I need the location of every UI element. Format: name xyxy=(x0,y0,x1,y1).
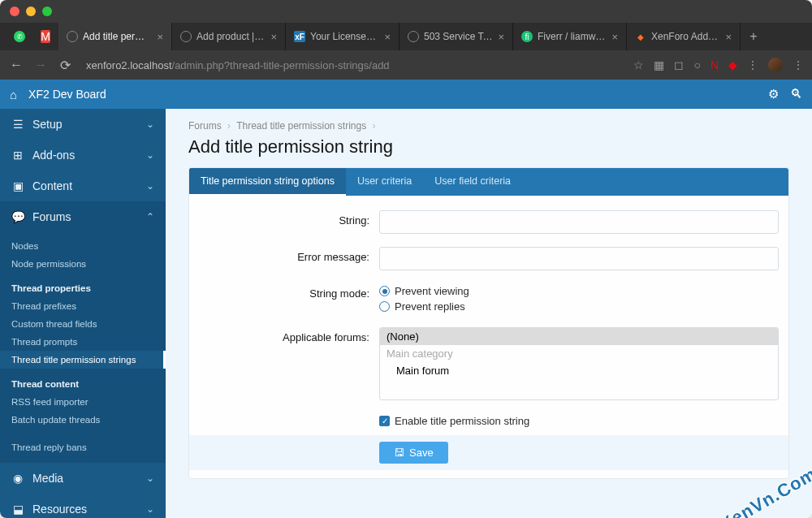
applicable-forums-select[interactable]: (None) Main category Main forum xyxy=(379,327,779,400)
ext-icon-6[interactable]: ⋮ xyxy=(747,58,758,71)
sidebar-content[interactable]: ▣ Content ⌄ xyxy=(0,171,166,201)
sidebar-heading-thread-content: Thread content xyxy=(0,375,166,393)
browser-tabbar: ✆ M Add title permission stri × Add prod… xyxy=(0,23,812,50)
sidebar-item-batch-update-threads[interactable]: Batch update threads xyxy=(0,411,166,429)
sidebar-setup[interactable]: ☰ Setup ⌄ xyxy=(0,109,166,140)
forums-icon: 💬 xyxy=(11,210,24,223)
breadcrumb-forums[interactable]: Forums xyxy=(188,120,222,132)
tab-1[interactable]: Add product | LW Addo × xyxy=(172,23,286,50)
tab-active[interactable]: Add title permission stri × xyxy=(58,23,172,50)
radio-prevent-viewing[interactable]: Prevent viewing xyxy=(379,283,779,299)
browser-toolbar-icons: ☆ ▦ ◻ ○ N ◆ ⋮ ⋮ xyxy=(633,58,804,72)
label-applicable-forums: Applicable forums: xyxy=(199,327,379,343)
board-name[interactable]: XF2 Dev Board xyxy=(28,88,106,101)
checkbox-label: Enable title permission string xyxy=(395,415,529,427)
close-window-button[interactable] xyxy=(10,6,19,16)
panel-tabs: Title permission string options User cri… xyxy=(189,168,788,196)
close-tab-icon[interactable]: × xyxy=(270,31,277,43)
sidebar-item-custom-thread-fields[interactable]: Custom thread fields xyxy=(0,315,166,333)
tab-2[interactable]: xF Your Licenses | XenForo × xyxy=(286,23,400,50)
url-path: /admin.php?thread-title-permission-strin… xyxy=(172,59,390,71)
url-field[interactable]: xenforo2.localhost/admin.php?thread-titl… xyxy=(81,59,625,71)
chevron-down-icon: ⌄ xyxy=(146,119,154,130)
sidebar-label: Setup xyxy=(32,118,138,131)
radio-icon xyxy=(379,286,390,296)
form-row-applicable-forums: Applicable forums: (None) Main category … xyxy=(189,321,788,407)
admin-search-icon[interactable]: 🔍︎ xyxy=(790,87,802,101)
sidebar-label: Content xyxy=(32,179,138,192)
sidebar-addons[interactable]: ⊞ Add-ons ⌄ xyxy=(0,140,166,171)
menu-icon[interactable]: ⋮ xyxy=(793,58,804,71)
tab-title-permission-string-options[interactable]: Title permission string options xyxy=(189,168,346,196)
ext-icon-3[interactable]: ○ xyxy=(693,58,700,71)
sidebar-item-thread-reply-bans[interactable]: Thread reply bans xyxy=(0,438,166,456)
tab-title: Fiverr / liamwli / Shoppi xyxy=(538,31,607,42)
forward-button[interactable]: → xyxy=(32,58,49,72)
close-tab-icon[interactable]: × xyxy=(611,31,618,43)
close-tab-icon[interactable]: × xyxy=(725,31,732,43)
reload-button[interactable]: ⟳ xyxy=(57,58,73,73)
tab-user-criteria[interactable]: User criteria xyxy=(346,168,423,196)
tab-user-field-criteria[interactable]: User field criteria xyxy=(423,168,522,196)
sidebar-label: Resources xyxy=(32,503,138,516)
minimize-window-button[interactable] xyxy=(26,6,36,16)
radio-prevent-replies[interactable]: Prevent replies xyxy=(379,299,779,314)
sidebar-item-thread-prompts[interactable]: Thread prompts xyxy=(0,333,166,351)
breadcrumb-thread-title-permission-strings[interactable]: Thread title permission strings xyxy=(236,120,366,132)
form-row-enable: ✓ Enable title permission string xyxy=(189,407,788,435)
chevron-down-icon: ⌄ xyxy=(146,180,154,192)
gmail-pinned-tab[interactable]: M xyxy=(32,23,58,50)
close-tab-icon[interactable]: × xyxy=(384,31,391,43)
close-tab-icon[interactable]: × xyxy=(498,31,504,43)
form-panel: Title permission string options User cri… xyxy=(188,167,789,479)
string-input[interactable] xyxy=(379,210,779,234)
close-tab-icon[interactable]: × xyxy=(157,31,163,43)
sidebar-item-node-permissions[interactable]: Node permissions xyxy=(0,255,166,273)
sidebar-media[interactable]: ◉ Media ⌄ xyxy=(0,463,166,494)
ext-icon-1[interactable]: ▦ xyxy=(654,58,664,71)
sidebar-forums[interactable]: 💬 Forums ⌃ xyxy=(0,201,166,232)
checkbox-enable-title-permission-string[interactable]: ✓ Enable title permission string xyxy=(379,413,779,429)
ext-icon-5[interactable]: ◆ xyxy=(728,58,737,71)
media-icon: ◉ xyxy=(11,472,24,485)
admin-settings-icon[interactable]: ⚙ xyxy=(768,87,779,101)
sidebar-item-thread-prefixes[interactable]: Thread prefixes xyxy=(0,297,166,315)
chevron-down-icon: ⌄ xyxy=(146,149,154,161)
new-tab-button[interactable]: + xyxy=(741,23,767,50)
ext-icon-2[interactable]: ◻ xyxy=(674,58,684,71)
sidebar-item-thread-title-permission-strings[interactable]: Thread title permission strings xyxy=(0,351,166,369)
setup-icon: ☰ xyxy=(11,118,24,131)
fiverr-icon: fi xyxy=(521,31,533,42)
tab-5[interactable]: ◆ XenForo Add-Ons / Xe × xyxy=(627,23,741,50)
tab-3[interactable]: 503 Service Temporaril × xyxy=(400,23,513,50)
home-icon[interactable]: ⌂ xyxy=(10,88,17,101)
tab-4[interactable]: fi Fiverr / liamwli / Shoppi × xyxy=(513,23,627,50)
form-row-string: String: xyxy=(189,204,788,240)
select-option-main-forum[interactable]: Main forum xyxy=(380,362,778,379)
select-option-none[interactable]: (None) xyxy=(380,328,778,345)
breadcrumb-separator: › xyxy=(373,120,376,132)
maximize-window-button[interactable] xyxy=(42,6,52,16)
tab-title: Add title permission stri xyxy=(83,31,152,42)
star-icon[interactable]: ☆ xyxy=(633,58,644,71)
sidebar-item-rss-feed-importer[interactable]: RSS feed importer xyxy=(0,393,166,411)
sidebar-label: Media xyxy=(32,472,138,485)
profile-avatar[interactable] xyxy=(768,58,783,72)
page-title: Add title permission string xyxy=(188,136,789,158)
tab-title: 503 Service Temporaril xyxy=(424,31,493,42)
sidebar-label: Add-ons xyxy=(32,149,138,162)
sidebar-resources[interactable]: ⬓ Resources ⌄ xyxy=(0,494,166,518)
tab-title: Add product | LW Addo xyxy=(197,31,266,42)
back-button[interactable]: ← xyxy=(8,58,24,72)
whatsapp-pinned-tab[interactable]: ✆ xyxy=(6,23,32,50)
sidebar-heading-thread-properties: Thread properties xyxy=(0,279,166,297)
select-option-main-category: Main category xyxy=(380,345,778,362)
ext-icon-4[interactable]: N xyxy=(710,58,719,71)
sidebar-item-nodes[interactable]: Nodes xyxy=(0,237,166,255)
save-button[interactable]: 🖫 Save xyxy=(379,442,448,464)
chevron-down-icon: ⌄ xyxy=(146,473,154,484)
form-row-error-message: Error message: xyxy=(189,240,788,277)
chevron-up-icon: ⌃ xyxy=(146,211,154,222)
radio-icon xyxy=(379,301,390,312)
error-message-input[interactable] xyxy=(379,247,779,270)
